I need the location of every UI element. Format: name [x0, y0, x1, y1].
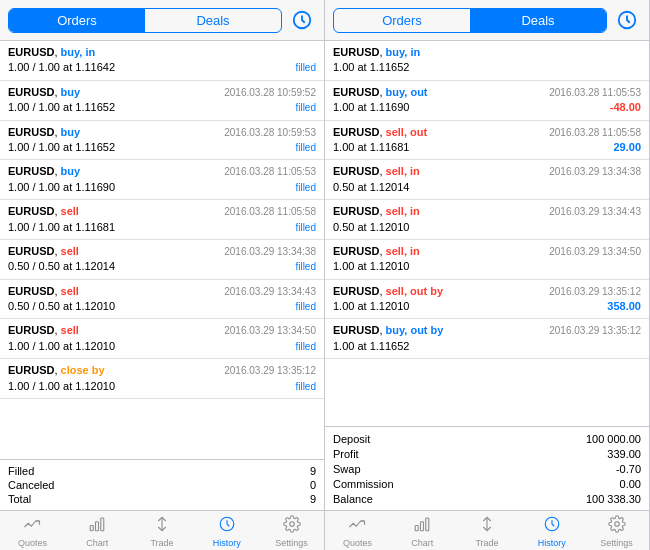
deal-item[interactable]: EURUSD, sell, out 2016.03.28 11:05:58 1.… [325, 121, 649, 161]
chart-icon-right [413, 515, 431, 536]
order-price: 1.00 / 1.00 at 1.11642 [8, 60, 115, 75]
tab-orders-right[interactable]: Orders [334, 9, 470, 32]
nav-trade-right[interactable]: Trade [455, 515, 520, 548]
order-price: 1.00 / 1.00 at 1.12010 [8, 379, 115, 394]
order-item[interactable]: EURUSD, buy 2016.03.28 10:59:53 1.00 / 1… [0, 121, 324, 161]
deal-item[interactable]: EURUSD, sell, out by 2016.03.29 13:35:12… [325, 280, 649, 320]
order-action: sell [61, 324, 79, 336]
deal-date: 2016.03.29 13:34:38 [549, 165, 641, 179]
deal-price: 1.00 at 1.11681 [333, 140, 409, 155]
nav-history-label: History [213, 538, 241, 548]
deal-item[interactable]: EURUSD, buy, out by 2016.03.29 13:35:12 … [325, 319, 649, 359]
deals-header: Orders Deals [325, 0, 649, 41]
deal-action: buy, in [386, 46, 421, 58]
order-pair: EURUSD [8, 245, 54, 257]
order-date: 2016.03.28 11:05:58 [224, 205, 316, 219]
totals-commission-value: 0.00 [620, 478, 641, 490]
deal-date: 2016.03.29 13:35:12 [549, 285, 641, 299]
nav-chart-label-right: Chart [411, 538, 433, 548]
tab-group: Orders Deals [8, 8, 282, 33]
order-price: 1.00 / 1.00 at 1.11681 [8, 220, 115, 235]
order-status: filled [295, 221, 316, 235]
deal-item[interactable]: EURUSD, sell, in 2016.03.29 13:34:43 0.5… [325, 200, 649, 240]
tab-deals[interactable]: Deals [145, 9, 281, 32]
deal-action: sell, out by [386, 285, 443, 297]
summary-canceled-label: Canceled [8, 479, 54, 491]
totals-balance-label: Balance [333, 493, 373, 505]
order-item[interactable]: EURUSD, sell 2016.03.29 13:34:43 0.50 / … [0, 280, 324, 320]
svg-rect-12 [421, 522, 424, 531]
summary-row: Canceled 0 [8, 478, 316, 492]
deal-action: sell, in [386, 205, 420, 217]
order-status: filled [295, 181, 316, 195]
nav-chart-right[interactable]: Chart [390, 515, 455, 548]
deal-action: sell, out [386, 126, 428, 138]
tab-orders[interactable]: Orders [9, 9, 145, 32]
deal-item[interactable]: EURUSD, sell, in 2016.03.29 13:34:38 0.5… [325, 160, 649, 200]
order-item[interactable]: EURUSD, close by 2016.03.29 13:35:12 1.0… [0, 359, 324, 399]
deal-pair: EURUSD [333, 165, 379, 177]
nav-settings-right[interactable]: Settings [584, 515, 649, 548]
orders-list: EURUSD, buy, in 1.00 / 1.00 at 1.11642 f… [0, 41, 324, 459]
order-date: 2016.03.29 13:34:43 [224, 285, 316, 299]
deal-pair: EURUSD [333, 46, 379, 58]
nav-history-label-right: History [538, 538, 566, 548]
deal-date: 2016.03.29 13:34:50 [549, 245, 641, 259]
deal-pair: EURUSD [333, 285, 379, 297]
nav-chart[interactable]: Chart [65, 515, 130, 548]
order-item[interactable]: EURUSD, buy, in 1.00 / 1.00 at 1.11642 f… [0, 41, 324, 81]
tab-group-right: Orders Deals [333, 8, 607, 33]
svg-rect-11 [415, 526, 418, 531]
nav-history-right[interactable]: History [519, 515, 584, 548]
totals-commission-label: Commission [333, 478, 394, 490]
trade-icon-right [478, 515, 496, 536]
order-item[interactable]: EURUSD, sell 2016.03.29 13:34:50 1.00 / … [0, 319, 324, 359]
nav-settings[interactable]: Settings [259, 515, 324, 548]
totals-profit-value: 339.00 [607, 448, 641, 460]
order-pair: EURUSD [8, 126, 54, 138]
order-pair: EURUSD [8, 364, 54, 376]
deal-date: 2016.03.29 13:34:43 [549, 205, 641, 219]
order-pair: EURUSD [8, 86, 54, 98]
nav-quotes-right[interactable]: Quotes [325, 515, 390, 548]
deals-totals: Deposit 100 000.00 Profit 339.00 Swap -0… [325, 426, 649, 510]
clock-icon-right[interactable] [613, 6, 641, 34]
order-item[interactable]: EURUSD, buy 2016.03.28 10:59:52 1.00 / 1… [0, 81, 324, 121]
tab-deals-right[interactable]: Deals [470, 9, 606, 32]
deal-item[interactable]: EURUSD, buy, in 1.00 at 1.11652 [325, 41, 649, 81]
bottom-nav: Quotes Chart Trade History Settings [0, 510, 324, 550]
svg-rect-4 [96, 522, 99, 531]
deal-price: 1.00 at 1.11652 [333, 60, 409, 75]
order-pair: EURUSD [8, 46, 54, 58]
totals-balance-value: 100 338.30 [586, 493, 641, 505]
summary-row: Total 9 [8, 492, 316, 506]
order-status: filled [295, 260, 316, 274]
order-item[interactable]: EURUSD, sell 2016.03.29 13:34:38 0.50 / … [0, 240, 324, 280]
history-icon [218, 515, 236, 536]
nav-trade[interactable]: Trade [130, 515, 195, 548]
svg-rect-13 [426, 518, 429, 531]
deal-price: 1.00 at 1.12010 [333, 299, 409, 314]
order-pair: EURUSD [8, 165, 54, 177]
nav-quotes[interactable]: Quotes [0, 515, 65, 548]
totals-swap-value: -0.70 [616, 463, 641, 475]
deals-list: EURUSD, buy, in 1.00 at 1.11652 EURUSD, … [325, 41, 649, 426]
order-price: 1.00 / 1.00 at 1.11652 [8, 100, 115, 115]
summary-total-value: 9 [310, 493, 316, 505]
svg-rect-3 [90, 526, 93, 531]
order-item[interactable]: EURUSD, sell 2016.03.28 11:05:58 1.00 / … [0, 200, 324, 240]
order-pair: EURUSD [8, 324, 54, 336]
deal-action: buy, out by [386, 324, 444, 336]
order-item[interactable]: EURUSD, buy 2016.03.28 11:05:53 1.00 / 1… [0, 160, 324, 200]
deal-item[interactable]: EURUSD, buy, out 2016.03.28 11:05:53 1.0… [325, 81, 649, 121]
deal-item[interactable]: EURUSD, sell, in 2016.03.29 13:34:50 1.0… [325, 240, 649, 280]
deal-pair: EURUSD [333, 245, 379, 257]
clock-icon[interactable] [288, 6, 316, 34]
nav-history[interactable]: History [194, 515, 259, 548]
nav-trade-label: Trade [150, 538, 173, 548]
deal-price: 1.00 at 1.11690 [333, 100, 409, 115]
quotes-icon-right [348, 515, 366, 536]
order-status: filled [295, 340, 316, 354]
orders-summary: Filled 9 Canceled 0 Total 9 [0, 459, 324, 510]
order-status: filled [295, 101, 316, 115]
